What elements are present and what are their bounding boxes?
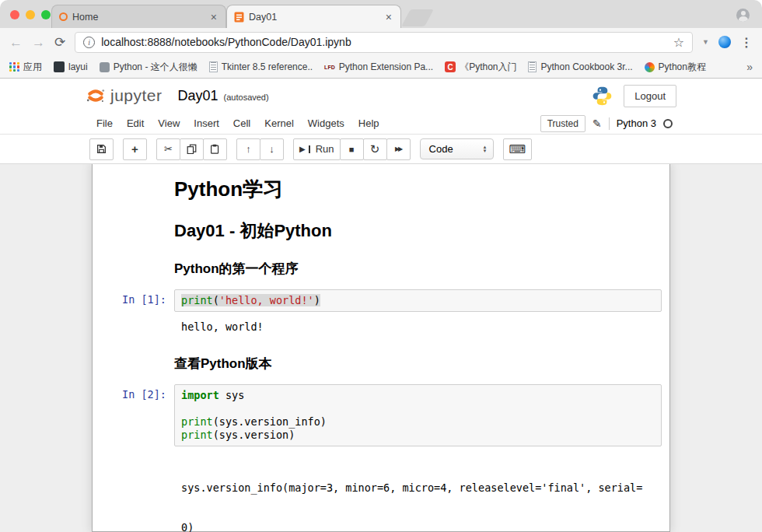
code-token-print: print [181,429,213,441]
markdown-cell-day[interactable]: Day01 - 初始Python [93,212,669,251]
copy-cell-button[interactable] [180,138,204,160]
bookmarks-bar: 应用 layui Python - 这个人很懒 Tkinter 8.5 refe… [0,56,762,79]
blog-icon [100,62,110,72]
profile-avatar-icon[interactable] [736,9,750,22]
code-token-print: print [181,415,213,428]
bookmark-label: Python Cookbook 3r... [540,61,632,72]
bookmark-lfd[interactable]: LFD Python Extension Pa... [324,61,433,72]
bookmark-label: Python教程 [659,61,706,74]
menu-help[interactable]: Help [351,117,386,129]
code-input-1[interactable]: print('hello, world!') [174,289,662,312]
close-window-button[interactable] [10,10,19,19]
bookmark-csdn[interactable]: C 《Python入门 [445,61,516,74]
bookmark-tutorial[interactable]: Python教程 [645,61,706,74]
markdown-cell-title[interactable]: Python学习 [93,170,669,212]
jupyter-favicon-icon [59,12,68,21]
code-token-call: (sys.version) [213,429,295,441]
menu-widgets[interactable]: Widgets [301,117,351,129]
code-cell-1[interactable]: In [1]: print('hello, world!') [93,285,669,316]
run-cell-button[interactable]: ▶Run [293,138,341,160]
url-text[interactable]: localhost:8888/notebooks/PythonCode/Day0… [101,36,666,48]
trusted-badge[interactable]: Trusted [540,115,585,132]
keyboard-icon: ⌨ [509,142,526,156]
bookmark-label: layui [68,61,88,72]
menu-kernel[interactable]: Kernel [257,117,301,129]
menu-insert[interactable]: Insert [187,117,226,129]
logout-button[interactable]: Logout [624,85,676,107]
jupyter-logo-icon[interactable] [86,86,106,106]
bookmarks-overflow-icon[interactable]: » [746,61,753,73]
code-token-print: print [181,294,213,306]
code-input-2[interactable]: import sys print(sys.version_info) print… [174,384,662,446]
restart-run-all-button[interactable]: ▶▶ [386,138,411,160]
zoom-window-button[interactable] [41,10,51,19]
cell-type-select[interactable]: Code ▲▼ [420,138,494,159]
bookmark-layui[interactable]: layui [54,61,88,72]
command-palette-button[interactable]: ⌨ [503,138,533,160]
move-cell-down-button[interactable]: ↓ [260,138,284,160]
new-tab-button[interactable] [401,9,434,26]
tab-home[interactable]: Home × [51,5,226,28]
output-cell-2: sys.version_info(major=3, minor=6, micro… [93,450,669,532]
markdown-cell-version[interactable]: 查看Python版本 [93,343,669,380]
tab-day01[interactable]: Day01 × [226,5,401,28]
apps-grid-icon [9,62,19,72]
edit-mode-pencil-icon: ✎ [592,117,602,130]
layui-icon [54,61,65,72]
bookmark-cookbook[interactable]: Python Cookbook 3r... [528,61,632,72]
menu-file[interactable]: File [89,117,120,129]
page-info-icon[interactable]: i [83,37,95,48]
tutorial-icon [645,62,655,72]
forward-icon[interactable]: → [32,36,45,49]
lfd-icon: LFD [324,65,335,70]
extension-globe-icon[interactable] [718,36,731,48]
address-bar: ← → ⟳ i localhost:8888/notebooks/PythonC… [0,28,762,56]
reload-icon[interactable]: ⟳ [54,36,65,49]
url-box[interactable]: i localhost:8888/notebooks/PythonCode/Da… [75,32,693,53]
tab-day01-close-icon[interactable]: × [384,12,393,23]
arrow-up-icon: ↑ [246,143,251,155]
notebook-h1: Python学习 [174,177,659,201]
kernel-name: Python 3 [617,117,656,129]
bookmark-apps[interactable]: 应用 [9,61,42,74]
output-line: 0) [181,521,659,532]
notebook-h3-first: Python的第一个程序 [174,261,659,277]
menu-view[interactable]: View [151,117,187,129]
menu-edit[interactable]: Edit [120,117,151,129]
minimize-window-button[interactable] [26,10,35,19]
jupyter-wordmark[interactable]: jupyter [110,86,163,105]
notebook-title[interactable]: Day01 [178,88,218,104]
copy-icon [187,144,197,154]
tab-home-close-icon[interactable]: × [209,12,218,23]
paste-icon [210,144,220,154]
restart-kernel-button[interactable]: ↻ [363,138,387,160]
bookmark-star-icon[interactable]: ☆ [673,35,684,50]
save-button[interactable] [89,138,114,160]
code-cell-2[interactable]: In [2]: import sys print(sys.version_inf… [93,380,669,450]
interrupt-kernel-button[interactable]: ■ [340,138,364,160]
browser-menu-icon[interactable]: ⋮ [740,35,753,50]
menu-cell[interactable]: Cell [226,117,257,129]
bookmark-label: Tkinter 8.5 reference.. [222,61,313,72]
code-token-paren: ) [314,294,320,306]
window-controls [10,10,51,19]
save-icon [96,144,107,154]
select-arrows-icon: ▲▼ [483,145,488,153]
downloads-arrow-icon[interactable]: ▼ [702,38,709,46]
input-prompt-2: In [2]: [96,384,174,446]
python-logo-icon [592,86,613,107]
paste-cell-button[interactable] [203,138,227,160]
refresh-icon: ↻ [370,142,380,156]
notebook-toolbar: + ✂ ↑ ↓ ▶Run [0,135,762,164]
move-cell-up-button[interactable]: ↑ [236,138,260,160]
prompt-spacer [96,255,174,282]
insert-cell-button[interactable]: + [123,138,147,160]
bookmark-tkinter[interactable]: Tkinter 8.5 reference.. [209,61,313,72]
output-prompt-spacer [96,452,174,532]
markdown-cell-first-program[interactable]: Python的第一个程序 [93,251,669,285]
code-token-call: (sys.version_info) [213,415,327,428]
cut-cell-button[interactable]: ✂ [156,138,180,160]
back-icon[interactable]: ← [9,36,23,49]
browser-titlebar: Home × Day01 × [0,0,762,28]
bookmark-python-blog[interactable]: Python - 这个人很懒 [100,61,197,74]
